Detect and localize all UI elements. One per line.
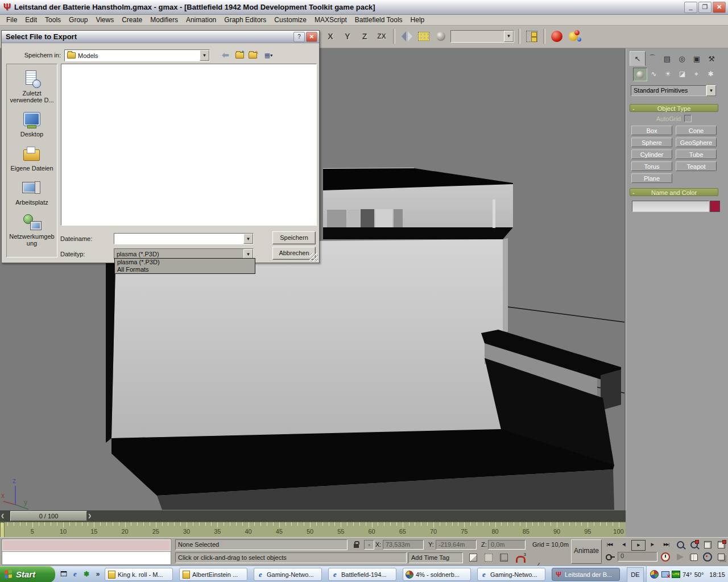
menu-item[interactable]: Create xyxy=(118,15,146,25)
time-configuration-icon[interactable] xyxy=(660,552,671,562)
place-item[interactable]: Arbeitsplatz xyxy=(8,179,56,206)
align-icon[interactable] xyxy=(433,29,448,44)
maxscript-listener-input[interactable] xyxy=(2,551,171,565)
quicklaunch-desktop-icon[interactable]: 🗖 xyxy=(59,569,68,579)
zoom-all-icon[interactable] xyxy=(688,539,700,550)
go-to-end-button[interactable]: ▶▶| xyxy=(660,540,673,550)
start-button[interactable]: Start xyxy=(0,566,55,582)
menu-item[interactable]: Edit xyxy=(21,15,41,25)
menu-item[interactable]: Graph Editors xyxy=(220,15,270,25)
menu-item[interactable]: Help xyxy=(407,15,429,25)
collapse-icon[interactable]: - xyxy=(632,105,635,113)
axis-constraint-z-button[interactable]: Z xyxy=(357,29,372,44)
taskbar-item[interactable]: Gaming-Netwo... xyxy=(254,568,322,581)
category-helpers-icon[interactable]: ⌖ xyxy=(690,68,703,80)
tab-display[interactable]: ▣ xyxy=(689,51,705,66)
object-type-button[interactable]: Plane xyxy=(631,173,672,183)
object-type-button[interactable]: Cylinder xyxy=(631,149,672,159)
close-button[interactable]: ✕ xyxy=(713,2,726,13)
chevron-down-icon[interactable]: ▼ xyxy=(243,234,253,244)
maxscript-listener-output[interactable] xyxy=(2,539,171,552)
category-lights-icon[interactable]: ☀ xyxy=(661,68,675,80)
array-icon[interactable] xyxy=(416,29,431,44)
add-time-tag[interactable]: Add Time Tag xyxy=(408,552,463,563)
time-slider[interactable]: 0 / 100 xyxy=(10,511,87,521)
place-item[interactable]: Netzwerkumgebung xyxy=(8,213,56,247)
dialog-close-icon[interactable]: ✕ xyxy=(306,32,317,42)
filetype-option[interactable]: All Formats xyxy=(115,266,255,273)
chevron-down-icon[interactable]: ▼ xyxy=(504,31,514,42)
file-list[interactable] xyxy=(61,64,317,226)
filename-input[interactable]: ▼ xyxy=(114,233,254,244)
zoom-icon[interactable] xyxy=(675,539,686,550)
chevron-down-icon[interactable]: ▼ xyxy=(200,50,209,61)
menu-item[interactable]: Battlefield Tools xyxy=(351,15,407,25)
z-coord-field[interactable]: 0,0m xyxy=(488,540,526,550)
tab-create[interactable]: ↖ xyxy=(630,51,646,66)
tray-lite-icon[interactable]: LITE xyxy=(672,570,680,579)
menu-item[interactable]: MAXScript xyxy=(311,15,351,25)
named-selection-sets-dropdown[interactable]: ▼ xyxy=(450,30,514,43)
quicklaunch-icq-icon[interactable]: ✽ xyxy=(82,569,91,579)
tray-icq-globe-icon[interactable] xyxy=(650,570,659,579)
minimize-button[interactable]: _ xyxy=(684,2,697,13)
new-folder-icon[interactable]: ✶ xyxy=(247,49,260,61)
layer-icon[interactable] xyxy=(524,29,539,44)
help-icon[interactable]: ? xyxy=(293,32,305,42)
material-editor-icon[interactable] xyxy=(549,29,564,44)
tab-utilities[interactable]: ⚒ xyxy=(704,51,719,66)
filetype-option[interactable]: plasma (*.P3D) xyxy=(115,259,255,266)
primitive-category-dropdown[interactable]: Standard Primitives ▼ xyxy=(631,85,716,96)
render-icon[interactable] xyxy=(566,29,584,44)
rollout-name-color[interactable]: - Name and Color xyxy=(630,188,718,196)
object-type-button[interactable]: GeoSphere xyxy=(676,138,717,147)
autogrid-checkbox[interactable] xyxy=(684,115,692,122)
taskbar-item[interactable]: Battlefield-194... xyxy=(328,568,396,581)
degradation-override-icon[interactable] xyxy=(498,552,510,563)
menu-item[interactable]: Modifiers xyxy=(146,15,182,25)
taskbar-item[interactable]: Gaming-Netwo... xyxy=(477,568,545,581)
place-item[interactable]: Desktop xyxy=(8,111,56,138)
category-systems-icon[interactable]: ✱ xyxy=(704,68,717,80)
object-type-button[interactable]: Tube xyxy=(676,149,717,159)
menu-item[interactable]: Tools xyxy=(41,15,65,25)
play-animation-button[interactable]: ▶ xyxy=(631,540,646,551)
view-menu-icon[interactable]: ▦▾ xyxy=(260,49,277,61)
tab-modify[interactable]: ⌒ xyxy=(644,51,660,66)
menu-item[interactable]: File xyxy=(2,15,21,25)
track-bar[interactable]: 5101520253035404550556065707580859095100 xyxy=(0,522,626,538)
time-slider-next-icon[interactable]: ❯ xyxy=(87,512,92,521)
absolute-offset-toggle-icon[interactable]: ▫ xyxy=(364,540,374,550)
object-type-button[interactable]: Sphere xyxy=(631,138,672,147)
place-item[interactable]: Zuletzt verwendete D... xyxy=(8,70,56,103)
back-icon[interactable]: ⬅ xyxy=(219,49,232,61)
x-coord-field[interactable]: 73,533m xyxy=(383,540,424,550)
axis-constraint-x-button[interactable]: X xyxy=(323,29,338,44)
object-color-swatch[interactable] xyxy=(710,201,720,212)
window-selection-toggle-icon[interactable] xyxy=(468,552,479,563)
set-key-icon[interactable] xyxy=(603,552,614,562)
save-in-dropdown[interactable]: Models ▼ xyxy=(64,49,210,61)
y-coord-field[interactable]: -219,64m xyxy=(436,540,477,550)
menu-item[interactable]: Views xyxy=(92,15,118,25)
axis-constraint-plane-button[interactable]: ZX xyxy=(374,29,389,44)
save-button[interactable]: Speichern xyxy=(272,231,316,244)
language-indicator[interactable]: DE xyxy=(627,567,644,582)
collapse-icon[interactable]: - xyxy=(632,189,635,197)
mirror-icon[interactable] xyxy=(399,29,414,44)
crossing-selection-toggle-icon[interactable] xyxy=(483,552,494,563)
object-type-button[interactable]: Box xyxy=(631,126,672,135)
chevron-down-icon[interactable]: ▼ xyxy=(706,85,716,96)
taskbar-item[interactable]: 4% - soldnerb... xyxy=(403,568,471,581)
tray-network-disconnected-icon[interactable] xyxy=(661,570,669,579)
taskbar-item[interactable]: AlbertEinstein ... xyxy=(179,568,247,581)
field-of-view-icon[interactable] xyxy=(675,552,686,562)
previous-frame-button[interactable]: ◀| xyxy=(617,540,630,550)
object-type-button[interactable]: Cone xyxy=(676,126,717,135)
next-frame-button[interactable]: |▶ xyxy=(646,540,659,550)
tab-hierarchy[interactable]: ▤ xyxy=(659,51,675,66)
category-cameras-icon[interactable]: ◪ xyxy=(676,68,689,80)
arc-rotate-icon[interactable] xyxy=(702,552,713,562)
animate-button[interactable]: Animate xyxy=(571,539,602,564)
pan-hand-icon[interactable] xyxy=(688,552,700,562)
